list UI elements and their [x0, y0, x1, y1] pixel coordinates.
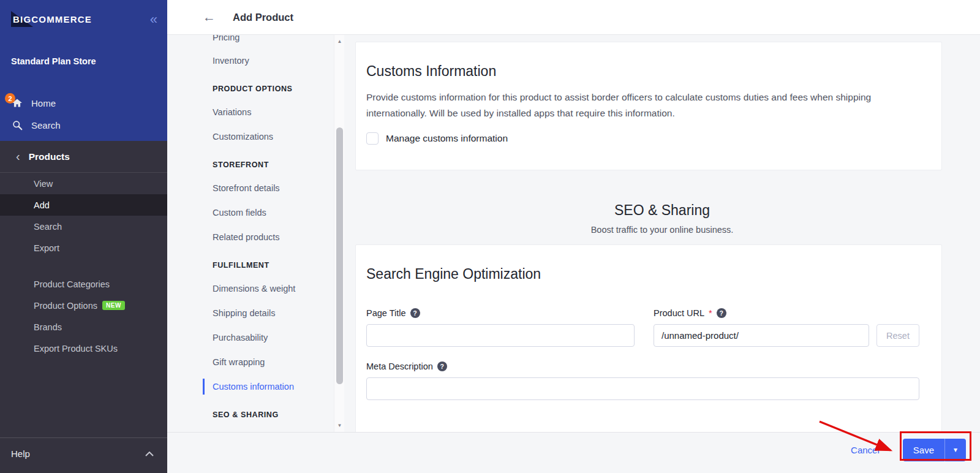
seo-card: Search Engine Optimization Page Title ? … — [355, 244, 942, 432]
manage-customs-row: Manage customs information — [366, 132, 917, 145]
subnav-section-seo-sharing: SEO & SHARING — [167, 404, 334, 426]
sidebar-help[interactable]: Help — [0, 437, 167, 473]
subnav-label: Variations — [213, 107, 251, 117]
help-icon[interactable]: ? — [717, 308, 726, 318]
subnav-item-variations[interactable]: Variations — [167, 100, 334, 124]
subnav-section-label: SEO & SHARING — [213, 411, 279, 419]
search-icon-wrap — [11, 120, 23, 131]
product-url-group: Reset — [654, 324, 919, 347]
meta-description-input[interactable] — [366, 377, 919, 400]
sidebar-item-label: Search — [34, 222, 62, 232]
help-label: Help — [11, 448, 30, 459]
search-label: Search — [31, 120, 61, 131]
collapse-sidebar-icon[interactable]: « — [150, 13, 157, 26]
home-label: Home — [31, 98, 56, 108]
sidebar-item-view[interactable]: View — [0, 173, 167, 194]
reset-button[interactable]: Reset — [876, 324, 919, 347]
sidebar-top: BIGCOMMERCE « Standard Plan Store 2 Home… — [0, 0, 167, 141]
sidebar-item-label: Export — [34, 243, 59, 253]
subnav-section-label: FULFILLMENT — [213, 261, 270, 270]
subnav-item-storefront-details[interactable]: Storefront details — [167, 176, 334, 200]
subnav-section-fulfillment: FULFILLMENT — [167, 254, 334, 276]
help-icon[interactable]: ? — [437, 361, 447, 371]
sidebar-item-search[interactable]: Search — [0, 114, 167, 136]
meta-description-label: Meta Description — [366, 361, 433, 371]
page-title-input[interactable] — [366, 324, 635, 347]
sidebar-item-label: Product Categories — [34, 279, 110, 289]
meta-description-field: Meta Description ? — [366, 361, 919, 400]
scrollbar-thumb[interactable] — [336, 127, 343, 384]
caret-down-icon: ▾ — [954, 445, 957, 454]
sidebar-item-product-options[interactable]: Product Options NEW — [0, 295, 167, 316]
sidebar-item-brands[interactable]: Brands — [0, 316, 167, 338]
sidebar-item-search-products[interactable]: Search — [0, 216, 167, 237]
page-title-field: Page Title ? — [366, 308, 635, 347]
help-icon[interactable]: ? — [410, 308, 420, 318]
chevron-left-icon: ‹ — [16, 149, 20, 164]
subnav-section-label: PRODUCT OPTIONS — [213, 85, 293, 93]
seo-card-title: Search Engine Optimization — [366, 266, 919, 282]
required-asterisk: * — [709, 308, 712, 318]
product-url-input[interactable] — [654, 324, 869, 347]
subnav-label: Gift wrapping — [213, 357, 265, 367]
subnav-item-gift-wrapping[interactable]: Gift wrapping — [167, 350, 334, 374]
notification-badge: 2 — [5, 93, 15, 104]
subnav-item-shipping-details[interactable]: Shipping details — [167, 301, 334, 325]
subnav-item-customizations[interactable]: Customizations — [167, 124, 334, 149]
product-url-label: Product URL — [654, 308, 704, 318]
sidebar-item-product-categories[interactable]: Product Categories — [0, 273, 167, 295]
subnav-item-customs-information[interactable]: Customs information — [167, 374, 334, 399]
subnav-item-purchasability[interactable]: Purchasability — [167, 325, 334, 350]
product-subnav: Pricing Inventory PRODUCT OPTIONS Variat… — [167, 35, 334, 432]
subnav-scrollbar[interactable]: ▲ ▼ — [334, 35, 344, 432]
manage-customs-checkbox[interactable] — [366, 132, 379, 145]
subnav-section-label: STOREFRONT — [213, 161, 269, 169]
subnav-item-inventory[interactable]: Inventory — [167, 48, 334, 73]
chevron-up-icon — [145, 452, 154, 456]
sidebar-item-label: Export Product SKUs — [34, 344, 118, 354]
subnav-label: Customs information — [213, 382, 294, 392]
seo-sharing-title: SEO & Sharing — [344, 202, 980, 219]
customs-card-title: Customs Information — [366, 63, 917, 80]
sidebar-item-export[interactable]: Export — [0, 237, 167, 259]
manage-customs-label: Manage customs information — [386, 133, 508, 144]
new-badge: NEW — [102, 301, 125, 310]
sidebar-item-label: Brands — [34, 322, 62, 332]
logo-text: BIGCOMMERCE — [11, 14, 92, 25]
subnav-item-pricing[interactable]: Pricing — [167, 35, 334, 48]
seo-sharing-header: SEO & Sharing Boost traffic to your onli… — [344, 202, 980, 235]
subnav-list: Pricing Inventory PRODUCT OPTIONS Variat… — [167, 35, 334, 426]
save-dropdown-button[interactable]: ▾ — [944, 439, 966, 461]
subnav-label: Storefront details — [213, 183, 280, 193]
sidebar: BIGCOMMERCE « Standard Plan Store 2 Home… — [0, 0, 167, 473]
subnav-item-dimensions-weight[interactable]: Dimensions & weight — [167, 276, 334, 301]
page-title: Add Product — [233, 12, 293, 23]
footer-action-bar: Cancel Save ▾ — [167, 432, 980, 473]
products-title: Products — [29, 151, 70, 162]
home-icon-wrap: 2 — [11, 98, 23, 108]
subnav-label: Inventory — [213, 56, 249, 66]
cancel-button[interactable]: Cancel — [851, 445, 880, 455]
sidebar-products-header[interactable]: ‹ Products — [0, 141, 167, 173]
subnav-item-related-products[interactable]: Related products — [167, 225, 334, 249]
subnav-section-product-options: PRODUCT OPTIONS — [167, 78, 334, 100]
subnav-item-custom-fields[interactable]: Custom fields — [167, 200, 334, 225]
seo-sharing-subtitle: Boost traffic to your online business. — [344, 225, 980, 235]
subnav-label: Related products — [213, 232, 280, 242]
page-header: ← Add Product — [167, 0, 980, 35]
subnav-label: Purchasability — [213, 333, 268, 342]
product-url-field: Product URL * ? Reset — [654, 308, 919, 347]
bigcommerce-logo[interactable]: BIGCOMMERCE — [11, 12, 92, 28]
scroll-down-icon[interactable]: ▼ — [334, 420, 345, 431]
sidebar-item-add[interactable]: Add — [0, 194, 167, 216]
save-button[interactable]: Save — [903, 439, 944, 461]
sidebar-item-home[interactable]: 2 Home — [0, 92, 167, 114]
sidebar-item-export-product-skus[interactable]: Export Product SKUs — [0, 338, 167, 359]
store-name: Standard Plan Store — [0, 29, 167, 66]
subnav-label: Shipping details — [213, 308, 275, 318]
back-arrow-icon[interactable]: ← — [203, 10, 216, 25]
scroll-up-icon[interactable]: ▲ — [334, 36, 345, 47]
save-split-button: Save ▾ — [903, 439, 966, 461]
subnav-label: Customizations — [213, 132, 273, 142]
product-url-label-row: Product URL * ? — [654, 308, 919, 318]
